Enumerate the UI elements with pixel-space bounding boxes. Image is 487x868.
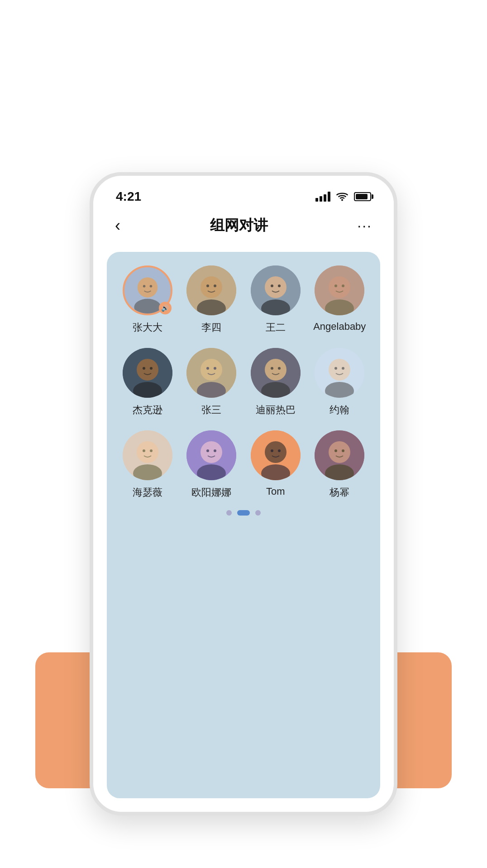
user-item[interactable]: 杰克逊 [118, 348, 177, 417]
avatar-wrapper [315, 430, 364, 480]
svg-point-35 [278, 367, 281, 370]
avatar-wrapper: 🔊 [123, 265, 172, 315]
svg-point-25 [150, 367, 153, 370]
page-dot[interactable] [255, 510, 261, 516]
user-name: 王二 [266, 321, 286, 334]
avatar [315, 265, 364, 315]
page-dot[interactable] [226, 510, 232, 516]
avatar-wrapper [186, 430, 236, 480]
user-item[interactable]: 杨幂 [310, 430, 370, 499]
svg-point-34 [271, 367, 273, 370]
user-item[interactable]: 迪丽热巴 [246, 348, 306, 417]
svg-point-54 [271, 449, 273, 452]
user-item[interactable]: 🔊 张大大 [118, 265, 177, 334]
user-name: 张大大 [133, 321, 162, 334]
avatar-wrapper [251, 348, 301, 398]
avatar-wrapper [186, 265, 236, 315]
svg-point-45 [150, 449, 153, 452]
user-item[interactable]: 张三 [182, 348, 242, 417]
svg-point-4 [143, 285, 146, 288]
svg-point-13 [265, 276, 286, 298]
svg-point-18 [329, 276, 350, 298]
user-name: 欧阳娜娜 [191, 486, 231, 499]
svg-point-29 [206, 367, 209, 370]
avatar-wrapper [315, 265, 364, 315]
svg-point-33 [265, 359, 286, 381]
svg-point-49 [206, 449, 209, 452]
status-bar: 4:21 [93, 176, 394, 208]
status-icons [315, 192, 371, 202]
svg-point-15 [278, 285, 281, 287]
avatar [123, 430, 172, 480]
svg-point-28 [201, 359, 222, 381]
avatar [315, 348, 364, 398]
back-button[interactable]: ‹ [115, 217, 120, 234]
grid-card: 🔊 张大大 李四 [107, 252, 380, 798]
user-name: 约翰 [329, 403, 349, 417]
avatar [186, 265, 236, 315]
user-item[interactable]: 约翰 [310, 348, 370, 417]
phone-scene: 4:21 [72, 172, 415, 834]
svg-point-58 [329, 441, 350, 463]
user-item[interactable]: 王二 [246, 265, 306, 334]
svg-point-14 [271, 285, 273, 287]
svg-point-3 [137, 277, 158, 298]
user-name: 海瑟薇 [133, 486, 162, 499]
svg-point-5 [149, 285, 152, 288]
svg-point-50 [214, 449, 216, 452]
nav-title: 组网对讲 [210, 216, 268, 236]
svg-point-59 [334, 449, 337, 452]
avatar [251, 348, 301, 398]
svg-point-8 [201, 276, 222, 298]
svg-point-30 [214, 367, 216, 370]
svg-point-10 [214, 285, 216, 287]
avatar-wrapper [315, 348, 364, 398]
user-name: Tom [266, 486, 285, 497]
svg-point-48 [201, 441, 222, 463]
user-name: Angelababy [313, 321, 366, 333]
user-grid: 🔊 张大大 李四 [118, 265, 369, 499]
svg-point-38 [329, 359, 350, 381]
user-item[interactable]: Tom [246, 430, 306, 499]
user-item[interactable]: 海瑟薇 [118, 430, 177, 499]
svg-point-53 [265, 441, 286, 463]
user-name: 李四 [201, 321, 221, 334]
avatar-wrapper [123, 348, 172, 398]
signal-icon [315, 192, 330, 202]
user-name: 杰克逊 [133, 403, 162, 417]
user-item[interactable]: Angelababy [310, 265, 370, 334]
speaker-badge: 🔊 [159, 302, 172, 314]
avatar [186, 348, 236, 398]
wifi-icon [336, 192, 349, 202]
page-dot[interactable] [237, 510, 250, 516]
svg-point-9 [206, 285, 209, 287]
svg-point-55 [278, 449, 281, 452]
avatar-wrapper [251, 265, 301, 315]
user-item[interactable]: 欧阳娜娜 [182, 430, 242, 499]
status-time: 4:21 [116, 189, 141, 204]
svg-point-19 [334, 285, 337, 287]
page-dots [118, 510, 369, 516]
content-area: 🔊 张大大 李四 [93, 243, 394, 812]
svg-point-2 [134, 299, 161, 315]
user-name: 迪丽热巴 [256, 403, 296, 417]
svg-point-60 [342, 449, 344, 452]
avatar [186, 430, 236, 480]
svg-point-24 [143, 367, 145, 370]
avatar [123, 348, 172, 398]
phone-screen: 4:21 [93, 176, 394, 812]
avatar-wrapper [123, 430, 172, 480]
user-item[interactable]: 李四 [182, 265, 242, 334]
svg-point-43 [137, 441, 158, 463]
svg-point-20 [342, 285, 344, 287]
svg-point-39 [334, 367, 337, 370]
avatar-wrapper [251, 430, 301, 480]
svg-point-0 [341, 199, 343, 201]
user-name: 张三 [201, 403, 221, 417]
svg-point-40 [342, 367, 344, 370]
avatar [315, 430, 364, 480]
avatar [251, 430, 301, 480]
nav-bar: ‹ 组网对讲 ··· [93, 208, 394, 243]
svg-point-23 [137, 359, 158, 381]
more-button[interactable]: ··· [357, 217, 372, 234]
